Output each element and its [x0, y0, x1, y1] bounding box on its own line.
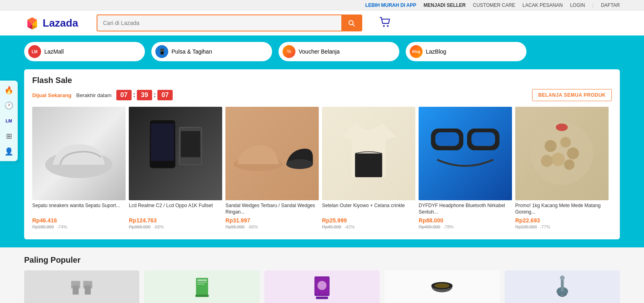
product-card-1[interactable]: Lcd Realme C2 / Lcd Oppo A1K Fullset Rp1… — [129, 107, 225, 233]
populer-card-4[interactable]: Pompa Angin 5,489 Produk — [505, 270, 620, 303]
cashew-svg — [524, 116, 599, 191]
product-name-1: Lcd Realme C2 / Lcd Oppo A1K Fullset — [129, 203, 222, 216]
flash-sale-left: Dijual Sekarang Berakhir dalam 07 : 39 :… — [32, 90, 173, 100]
topnav-register-link[interactable]: DAFTAR — [601, 2, 620, 8]
sidebar-fire[interactable]: 🔥 — [2, 83, 16, 98]
populer-card-0[interactable] — [24, 270, 139, 303]
populer-img-1 — [144, 270, 259, 303]
search-input[interactable] — [97, 16, 341, 30]
search-bar — [97, 15, 362, 31]
logo-area[interactable]: Lazada — [24, 16, 89, 30]
timer-colon-2: : — [154, 91, 156, 99]
lazblog-icon: Blog — [410, 45, 423, 58]
svg-point-22 — [567, 147, 579, 160]
paling-populer-title: Paling Populer — [24, 255, 620, 265]
svg-point-42 — [435, 283, 450, 288]
populer-card-3[interactable]: Topi Ny 25,220 Produk — [384, 270, 500, 303]
svg-rect-7 — [151, 124, 174, 161]
timer-colon-1: : — [133, 91, 135, 99]
left-sidebar: 🔥 🕐 LM ⊞ 👤 — [0, 81, 18, 161]
bottom-section: Paling Populer — [0, 247, 644, 303]
populer-row: Buku Tulis Sidu 59 Produk Sampo Uban 22,… — [24, 270, 620, 303]
product-discount-0: -74% — [57, 224, 67, 229]
topnav-track-link[interactable]: LACAK PESANAN — [522, 2, 563, 8]
product-name-4: DYFDYF Headphone Bluetooth Nirkabel Sent… — [419, 203, 512, 216]
category-lazblog[interactable]: Blog LazBlog — [406, 42, 526, 61]
svg-point-23 — [551, 153, 565, 166]
svg-rect-34 — [197, 284, 204, 284]
svg-rect-18 — [471, 132, 495, 146]
svg-point-4 — [387, 25, 388, 27]
svg-rect-33 — [197, 282, 207, 283]
product-discount-3: -42% — [344, 224, 355, 229]
populer-img-2 — [264, 270, 380, 303]
populer-item-icon-3 — [430, 276, 454, 302]
topnav-app-link[interactable]: LEBIH MURAH DI APP — [365, 2, 416, 8]
svg-point-45 — [560, 276, 564, 280]
phone-svg — [143, 116, 208, 191]
svg-point-26 — [556, 124, 568, 131]
product-price-2: Rp31.997 — [225, 217, 319, 224]
sidebar-user[interactable]: 👤 — [2, 144, 16, 159]
category-lazmall[interactable]: LM LazMall — [24, 42, 145, 61]
product-card-4[interactable]: DYFDYF Headphone Bluetooth Nirkabel Sent… — [419, 107, 515, 233]
populer-card-1[interactable]: Buku Tulis Sidu 59 Produk — [144, 270, 259, 303]
populer-card-2[interactable]: Sampo Uban 22,803 Produk — [264, 270, 380, 303]
product-price-5: Rp22.693 — [515, 217, 609, 224]
sidebar-grid[interactable]: ⊞ — [2, 129, 16, 143]
header: Lazada — [0, 10, 644, 35]
svg-rect-17 — [436, 132, 459, 146]
pulsa-icon: 📱 — [155, 45, 168, 58]
product-name-2: Sandal Wedges Terbaru / Sandal Wedges Ri… — [225, 203, 319, 216]
category-pulsa[interactable]: 📱 Pulsa & Tagihan — [151, 42, 272, 61]
sidebar-clock[interactable]: 🕐 — [2, 98, 16, 113]
populer-item-icon-2 — [310, 274, 334, 303]
populer-item-icon-4 — [552, 274, 572, 303]
svg-rect-28 — [73, 286, 79, 295]
sidebar-lazmall[interactable]: LM — [2, 114, 16, 128]
populer-item-icon-0 — [70, 276, 94, 301]
topnav-customer-care-link[interactable]: CUSTOMER CARE — [473, 2, 515, 8]
topnav-seller-link[interactable]: MENJADI SELLER — [423, 2, 466, 8]
headphone-svg — [428, 116, 503, 191]
search-button[interactable] — [341, 15, 361, 31]
product-original-2: Rp95.000 — [225, 224, 245, 229]
cart-button[interactable] — [378, 16, 392, 31]
product-original-4: Rp400.000 — [419, 224, 440, 229]
logo-text: Lazada — [43, 17, 78, 29]
product-card-5[interactable]: Promo! 1kg Kacang Mete Mede Matang Goren… — [515, 107, 612, 233]
voucher-icon: % — [283, 45, 295, 58]
product-price-1: Rp124.763 — [129, 217, 222, 224]
product-discount-4: -78% — [443, 224, 454, 229]
product-original-0: Rp180.000 — [32, 224, 54, 229]
product-card-3[interactable]: Setelan Outer Kiyowo + Celana crinkle Rp… — [322, 107, 419, 233]
product-card-0[interactable]: Sepatu sneakers wanita Sepatu Suport... … — [32, 107, 129, 233]
topnav-login-link[interactable]: LOGIN — [570, 2, 585, 8]
shoe-svg — [41, 116, 116, 191]
belanja-semua-button[interactable]: BELANJA SEMUA PRODUK — [532, 89, 612, 101]
lazmall-label: LazMall — [44, 48, 64, 55]
flash-sale-title: Flash Sale — [32, 76, 612, 85]
category-voucher[interactable]: % Voucher Belanja — [279, 42, 399, 61]
populer-img-0 — [24, 270, 139, 303]
timer-block: 07 : 39 : 07 — [116, 90, 173, 100]
svg-rect-44 — [561, 278, 564, 291]
product-image-2 — [225, 107, 319, 200]
cart-icon — [378, 16, 392, 29]
dijual-sekarang-label: Dijual Sekarang — [32, 92, 72, 98]
svg-point-21 — [560, 137, 571, 147]
pulsa-label: Pulsa & Tagihan — [171, 48, 212, 55]
product-price-0: Rp46.416 — [32, 217, 126, 224]
product-original-5: Rp100.000 — [515, 224, 537, 229]
product-discount-5: -77% — [540, 224, 550, 229]
flash-sale-container: Flash Sale Dijual Sekarang Berakhir dala… — [24, 69, 620, 239]
product-card-2[interactable]: Sandal Wedges Terbaru / Sandal Wedges Ri… — [225, 107, 322, 233]
category-pills: LM LazMall 📱 Pulsa & Tagihan % Voucher B… — [24, 42, 620, 61]
svg-rect-30 — [85, 286, 91, 295]
lazblog-label: LazBlog — [426, 48, 446, 55]
populer-img-3 — [384, 270, 500, 303]
product-image-1 — [129, 107, 222, 200]
product-image-3 — [322, 107, 415, 200]
flash-sale-header: Dijual Sekarang Berakhir dalam 07 : 39 :… — [32, 89, 612, 101]
product-image-4 — [419, 107, 512, 200]
